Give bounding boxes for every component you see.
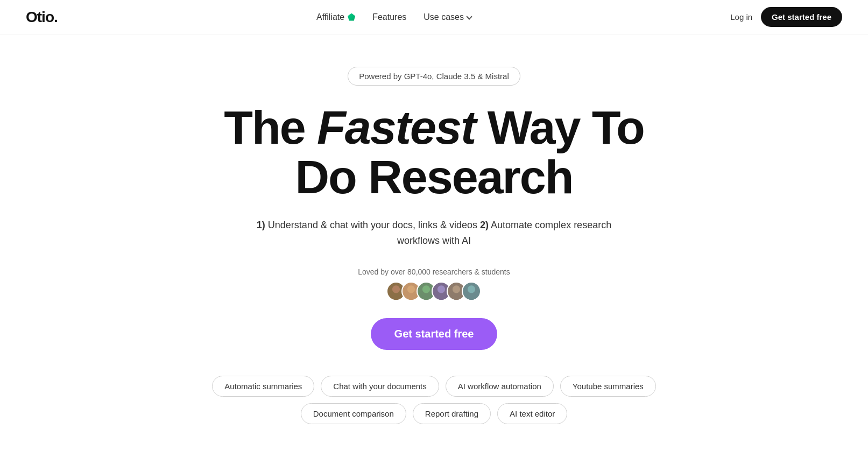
svg-point-9 [450, 294, 463, 301]
subtext-part1: Understand & chat with your docs, links … [265, 220, 480, 230]
powered-badge: Powered by GPT-4o, Claude 3.5 & Mistral [348, 67, 520, 86]
login-button[interactable]: Log in [730, 12, 752, 22]
brand-logo[interactable]: Otio. [26, 9, 58, 26]
svg-point-1 [390, 294, 403, 301]
svg-point-2 [407, 286, 415, 293]
nav-features[interactable]: Features [372, 12, 406, 22]
svg-point-6 [437, 286, 445, 293]
nav-use-cases[interactable]: Use cases [424, 12, 471, 22]
feature-pills: Automatic summaries Chat with your docum… [0, 376, 868, 424]
pill-youtube-summaries[interactable]: Youtube summaries [560, 376, 656, 397]
nav-right: Log in Get started free [730, 7, 842, 27]
avatar [462, 282, 481, 301]
svg-point-10 [468, 286, 475, 293]
hero-subtext: 1) Understand & chat with your docs, lin… [251, 217, 617, 249]
svg-point-4 [422, 286, 430, 293]
features-label: Features [372, 12, 406, 22]
headline-text-2: Do Research [295, 150, 573, 203]
svg-point-11 [465, 294, 478, 301]
navbar: Otio. Affiliate Features Use cases Log i… [0, 0, 868, 34]
headline-italic: Fastest [317, 101, 475, 154]
nav-affiliate[interactable]: Affiliate [316, 12, 355, 22]
subtext-num2: 2) [480, 220, 489, 230]
get-started-main-button[interactable]: Get started free [371, 318, 498, 350]
social-proof: Loved by over 80,000 researchers & stude… [358, 268, 510, 301]
pill-report-drafting[interactable]: Report drafting [413, 403, 491, 424]
pills-row-1: Automatic summaries Chat with your docum… [212, 376, 656, 397]
pill-automatic-summaries[interactable]: Automatic summaries [212, 376, 314, 397]
svg-point-5 [420, 294, 433, 301]
use-cases-label: Use cases [424, 12, 464, 22]
svg-point-3 [405, 294, 418, 301]
avatar-group [386, 282, 481, 301]
chevron-down-icon [466, 13, 472, 19]
hero-section: Powered by GPT-4o, Claude 3.5 & Mistral … [0, 34, 868, 446]
social-proof-text: Loved by over 80,000 researchers & stude… [358, 268, 510, 276]
pill-document-comparison[interactable]: Document comparison [301, 403, 406, 424]
svg-point-0 [392, 286, 400, 293]
affiliate-gem-icon [348, 13, 355, 21]
hero-headline: The Fastest Way To Do Research [224, 103, 644, 202]
affiliate-label: Affiliate [316, 12, 344, 22]
pill-ai-text-editor[interactable]: AI text editor [497, 403, 567, 424]
get-started-nav-button[interactable]: Get started free [761, 7, 842, 27]
nav-center: Affiliate Features Use cases [316, 12, 471, 22]
svg-point-8 [453, 286, 460, 293]
pills-row-2: Document comparison Report drafting AI t… [301, 403, 568, 424]
subtext-num1: 1) [257, 220, 265, 230]
headline-text-1: The Fastest Way To [224, 101, 644, 154]
svg-point-7 [435, 294, 448, 301]
pill-ai-workflow[interactable]: AI workflow automation [446, 376, 554, 397]
pill-chat-documents[interactable]: Chat with your documents [321, 376, 439, 397]
